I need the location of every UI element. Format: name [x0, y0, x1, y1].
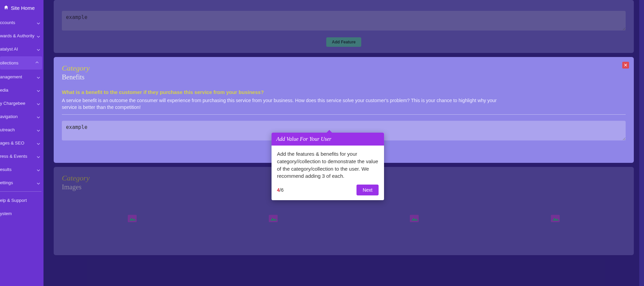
chevron-down-icon: [37, 168, 40, 171]
benefit-helper: A service benefit is an outcome the cons…: [62, 97, 504, 111]
popover-footer: 4/6 Next: [272, 185, 384, 200]
image-placeholder-row: [62, 215, 626, 222]
sidebar-item-label: ress & Events: [0, 154, 27, 159]
sidebar-item-label: y Chargebee: [0, 101, 25, 106]
sidebar-item-label: anagement: [0, 74, 22, 79]
site-home-label: Site Home: [11, 5, 35, 11]
svg-rect-4: [410, 215, 419, 222]
chevron-down-icon: [37, 181, 40, 185]
sidebar-item-outreach[interactable]: utreach: [0, 123, 43, 136]
sidebar-item-my-chargebee[interactable]: y Chargebee: [0, 97, 43, 110]
sidebar-item-label: utreach: [0, 127, 15, 132]
sidebar-item-pages-seo[interactable]: ages & SEO: [0, 136, 43, 150]
popover-body: Add the features & benefits for your cat…: [272, 146, 384, 185]
popover-step-total: /6: [280, 187, 284, 193]
sidebar-item-settings[interactable]: ettings: [0, 176, 43, 189]
site-home-link[interactable]: Site Home: [0, 0, 43, 16]
chevron-up-icon: [35, 61, 39, 65]
sidebar-item-label: avigation: [0, 114, 18, 119]
close-icon[interactable]: ✕: [622, 62, 629, 69]
popover-step-current: 4: [277, 187, 280, 193]
sidebar-item-results[interactable]: esults: [0, 163, 43, 176]
sidebar-item-awards-authority[interactable]: wards & Authority: [0, 29, 43, 42]
popover-title: Add Value For Your User: [272, 133, 384, 146]
onboarding-popover: Add Value For Your User Add the features…: [272, 133, 384, 200]
sidebar-item-label: atalyst AI: [0, 46, 18, 52]
sidebar-item-label: wards & Authority: [0, 33, 34, 38]
svg-rect-0: [128, 215, 137, 222]
divider: [62, 114, 626, 115]
sidebar-item-label: esults: [0, 167, 12, 172]
chevron-down-icon: [37, 89, 40, 92]
sidebar-item-navigation[interactable]: avigation: [0, 110, 43, 123]
vertical-scrollbar[interactable]: [639, 0, 644, 286]
sidebar-item-media[interactable]: edia: [0, 83, 43, 97]
chevron-down-icon: [37, 128, 40, 132]
sidebar-item-label: ollections: [0, 60, 18, 65]
category-subtitle: Benefits: [62, 73, 626, 81]
chevron-down-icon: [37, 75, 40, 79]
features-card: Add Feature: [54, 0, 634, 53]
sidebar-item-label: ccounts: [0, 20, 15, 25]
home-icon: [3, 5, 9, 11]
image-placeholder-icon[interactable]: [551, 215, 560, 222]
sidebar-item-label: ettings: [0, 180, 13, 185]
sidebar-item-label: ystem: [0, 211, 12, 216]
popover-arrow: [326, 130, 333, 133]
category-title: Category: [62, 64, 626, 73]
chevron-down-icon: [37, 141, 40, 145]
svg-rect-6: [551, 215, 560, 222]
sidebar-item-label: elp & Support: [0, 198, 27, 203]
main-content: Add Feature ✕ Category Benefits What is …: [43, 0, 644, 286]
sidebar: Site Home ccounts wards & Authority atal…: [0, 0, 43, 286]
chevron-down-icon: [37, 21, 40, 24]
sidebar-item-catalyst-ai[interactable]: atalyst AI: [0, 42, 43, 56]
image-placeholder-icon[interactable]: [128, 215, 137, 222]
sidebar-divider: [0, 191, 41, 192]
chevron-down-icon: [37, 102, 40, 105]
popover-step: 4/6: [277, 187, 283, 193]
sidebar-item-help-support[interactable]: elp & Support: [0, 194, 43, 207]
sidebar-item-system[interactable]: ystem: [0, 207, 43, 220]
chevron-down-icon: [37, 47, 40, 51]
sidebar-item-label: edia: [0, 88, 8, 93]
image-placeholder-icon[interactable]: [269, 215, 278, 222]
chevron-down-icon: [37, 34, 40, 38]
image-placeholder-icon[interactable]: [410, 215, 419, 222]
sidebar-item-label: ages & SEO: [0, 140, 24, 146]
sidebar-item-management[interactable]: anagement: [0, 70, 43, 83]
add-feature-button[interactable]: Add Feature: [326, 37, 361, 47]
sidebar-item-accounts[interactable]: ccounts: [0, 16, 43, 29]
svg-rect-2: [269, 215, 278, 222]
feature-textarea[interactable]: [62, 11, 626, 31]
sidebar-item-press-events[interactable]: ress & Events: [0, 150, 43, 163]
chevron-down-icon: [37, 155, 40, 158]
benefit-prompt: What is a benefit to the customer if the…: [62, 89, 626, 95]
next-button[interactable]: Next: [356, 185, 379, 195]
sidebar-item-collections[interactable]: ollections: [0, 56, 42, 70]
chevron-down-icon: [37, 115, 40, 118]
